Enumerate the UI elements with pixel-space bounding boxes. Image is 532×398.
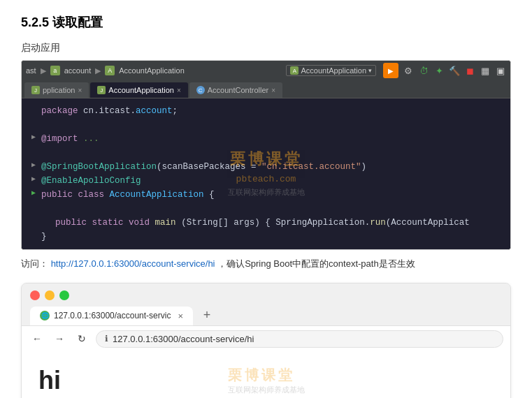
fold-icon-import[interactable]: ▶ [31,132,36,143]
tab-close-controller[interactable]: × [271,87,275,94]
code-text-class: public class AccountApplication { [41,188,215,202]
ide-tab-account-application[interactable]: J AccountApplication × [90,82,187,98]
code-line-class: ▶ public class AccountApplication { [30,188,502,202]
code-text-apollo: @EnableApolloConfig [41,174,141,188]
code-text-1: package cn.itcast.account; [41,104,178,118]
ide-tabs: J pplication × J AccountApplication × C … [22,80,510,98]
tab-icon-account-app: J [97,86,106,94]
profile-icon[interactable]: ⏱ [418,65,429,76]
browser-tab-favicon: 🌐 [40,311,50,320]
tab-label-app: pplication [43,86,75,94]
browser-forward-button[interactable]: → [51,330,68,347]
ide-container: ast ▶ a account ▶ A AccountApplication A… [21,60,511,250]
panel-icon[interactable]: ▣ [495,65,506,76]
code-line-main: public static void main (String[] args) … [30,216,502,230]
browser-mockup: 🌐 127.0.0.1:63000/account-servic × + ← →… [21,283,511,398]
tab-label-account-app: AccountApplication [108,86,174,94]
bookmark-icon[interactable]: ◼ [464,65,475,76]
ide-tab-application[interactable]: J pplication × [24,82,89,98]
run-button[interactable] [383,63,398,78]
browser-page-hi: hi [38,366,494,395]
browser-tabs-row: 🌐 127.0.0.1:63000/account-servic × + [30,306,502,325]
visit-link[interactable]: http://127.0.0.1:63000/account-service/h… [51,258,215,269]
tab-close-account-app[interactable]: × [177,87,181,94]
visit-prefix: 访问： [21,258,48,269]
breadcrumb-app[interactable]: AccountApplication [119,66,185,75]
dropdown-arrow-icon: ▾ [368,67,372,74]
breadcrumb-ast: ast [26,66,36,75]
browser-refresh-button[interactable]: ↻ [73,330,90,347]
traffic-green[interactable] [59,290,69,300]
ide-tab-account-controller[interactable]: C AccountController × [189,82,282,98]
address-bar[interactable]: ℹ 127.0.0.1:63000/account-service/hi [96,330,503,348]
browser-tab-active[interactable]: 🌐 127.0.0.1:63000/account-servic × [30,307,193,325]
build-icon[interactable]: 🔨 [449,65,460,76]
security-icon: ℹ [105,334,108,344]
run-arrow-icon: ▶ [31,188,36,199]
run-config-icon: A [290,66,299,75]
fold-icon-spring[interactable]: ▶ [31,160,36,171]
browser-new-tab-button[interactable]: + [197,306,217,325]
tab-label-controller: AccountController [208,86,268,94]
debug-icon[interactable]: ⚙ [403,65,414,76]
code-area: 栗博课堂 pbteach.com 互联网架构师养成基地 package cn.i… [22,98,510,249]
browser-traffic-lights [30,290,502,300]
code-text-main: public static void main (String[] args) … [55,216,470,230]
code-line-import: ▶ @import ... [30,132,502,146]
tab-close-app[interactable]: × [78,87,82,94]
layout-icon[interactable]: ▦ [480,65,491,76]
code-line-blank2 [30,146,502,160]
code-line-apollo: ▶ @EnableApolloConfig [30,174,502,188]
coverage-icon[interactable]: ✦ [433,65,445,76]
code-text-import: @import ... [41,132,99,146]
browser-nav: ← → ↻ ℹ 127.0.0.1:63000/account-service/… [22,325,510,352]
traffic-yellow[interactable] [45,290,55,300]
code-line-springboot: ▶ @SpringBootApplication(scanBasePackage… [30,160,502,174]
run-config-dropdown[interactable]: A AccountApplication ▾ [286,65,376,76]
code-text-close: } [41,230,47,244]
app-icon: A [105,66,115,75]
visit-suffix: ，确认Spring Boot中配置的context-path是否生效 [217,258,415,269]
tab-icon-controller: C [196,86,205,94]
browser-back-button[interactable]: ← [29,330,45,347]
browser-content: hi 栗博课堂 互联网架构师养成基地 [22,352,510,398]
code-line-close: } [30,230,502,244]
code-line-1: package cn.itcast.account; [30,104,502,118]
run-config-label: AccountApplication [301,66,366,75]
browser-tab-label: 127.0.0.1:63000/account-servic [54,311,171,320]
page-container: 5.2.5 读取配置 启动应用 ast ▶ a account ▶ A Acco… [0,0,532,398]
ide-toolbar: ast ▶ a account ▶ A AccountApplication A… [22,61,510,80]
browser-tab-close[interactable]: × [178,311,183,321]
code-line-blank1 [30,118,502,132]
breadcrumb-account[interactable]: account [64,66,92,75]
tab-icon-app: J [31,86,40,94]
traffic-red[interactable] [30,290,40,300]
code-text-springboot: @SpringBootApplication(scanBasePackages … [41,160,366,174]
browser-chrome: 🌐 127.0.0.1:63000/account-servic × + [22,283,510,325]
fold-icon-apollo[interactable]: ▶ [31,174,36,185]
visit-info: 访问： http://127.0.0.1:63000/account-servi… [21,257,511,272]
address-url: 127.0.0.1:63000/account-service/hi [113,334,254,344]
section-title: 5.2.5 读取配置 [21,14,511,31]
account-icon: a [50,66,60,75]
sub-label: 启动应用 [21,42,511,54]
code-line-blank3 [30,202,502,216]
